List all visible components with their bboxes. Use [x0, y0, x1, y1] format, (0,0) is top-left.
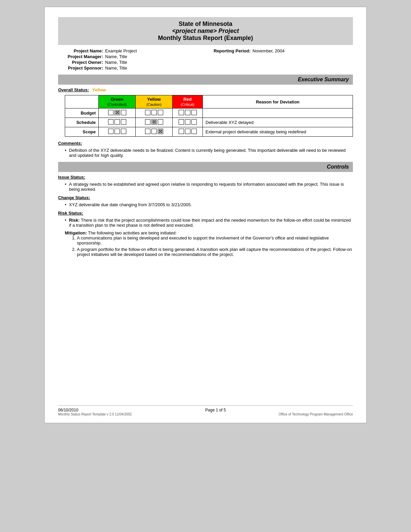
project-manager-value: Name, Title: [105, 54, 127, 59]
project-sponsor-label: Project Sponsor:: [58, 65, 105, 71]
budget-green-cb3: [121, 110, 126, 115]
project-name-label: Project Name:: [58, 48, 105, 53]
status-table: Green (Controlled) Yellow (Caution) Red …: [65, 95, 353, 137]
executive-summary-title: Executive Summary: [298, 77, 349, 82]
mitigation-list: A communications plan is being developed…: [65, 235, 353, 257]
page-header: State of Minnesota <project name> Projec…: [58, 17, 353, 45]
budget-reason: [203, 108, 353, 118]
overall-status-value: Yellow: [92, 87, 106, 92]
footer-office: Office of Technology Program Management …: [279, 412, 353, 416]
budget-label: Budget: [65, 108, 99, 118]
scope-green: [99, 127, 136, 137]
budget-yellow-cb3: [158, 110, 163, 115]
comment-item-1: Definition of the XYZ deliverable needs …: [65, 148, 353, 158]
reporting-period-value: November, 2004: [253, 48, 284, 53]
schedule-label: Schedule: [65, 118, 99, 127]
mitigation-item-2: A program portfolio for the follow-on ef…: [77, 247, 353, 257]
schedule-red-cb2: [185, 119, 190, 125]
budget-green-cb2: ☒: [115, 110, 120, 115]
project-sponsor-row: Project Sponsor: Name, Title: [58, 65, 205, 71]
project-manager-label: Project Manager:: [58, 54, 105, 59]
budget-green-cb1: [108, 110, 113, 115]
risk-text-1: Risk: There is risk that the project acc…: [69, 218, 353, 228]
change-list: XYZ deliverable due date changing from 3…: [58, 202, 353, 207]
mitigation-intro: Mitigation: The following two activities…: [65, 230, 353, 235]
budget-red-cb2: [185, 110, 190, 115]
comment-text-1: Definition of the XYZ deliverable needs …: [69, 148, 353, 158]
footer-date: 06/10/2010: [58, 408, 78, 412]
project-name-value: Example Project: [105, 48, 137, 53]
page: State of Minnesota <project name> Projec…: [44, 7, 367, 423]
comments-list: Definition of the XYZ deliverable needs …: [58, 148, 353, 158]
schedule-red-cb3: [191, 119, 197, 125]
project-info: Project Name: Example Project Project Ma…: [58, 48, 353, 71]
scope-green-cb3: [121, 129, 126, 134]
mitigation-label: Mitigation:: [65, 230, 87, 235]
project-sponsor-value: Name, Title: [105, 65, 127, 71]
schedule-red-cb1: [179, 119, 184, 125]
schedule-green: [99, 118, 136, 127]
project-info-left: Project Name: Example Project Project Ma…: [58, 48, 205, 71]
footer-template-info: Monthly Status Report Template v 2.0 11/…: [58, 412, 132, 416]
project-owner-value: Name, Title: [105, 60, 127, 65]
scope-yellow-cb2: [151, 129, 157, 134]
schedule-reason: Deliverable XYZ delayed: [203, 118, 353, 127]
executive-summary-bar: Executive Summary: [58, 75, 353, 85]
risk-heading: Risk Status:: [58, 211, 353, 216]
schedule-green-cb3: [121, 119, 126, 125]
risk-item-1: Risk: There is risk that the project acc…: [65, 218, 353, 228]
issue-text-1: A strategy needs to be established and a…: [69, 182, 353, 192]
schedule-yellow: ☒: [136, 118, 173, 127]
table-header-red: Red (Critical): [173, 95, 203, 108]
project-owner-label: Project Owner:: [58, 60, 105, 65]
overall-status: Overall Status: Yellow: [58, 87, 353, 92]
issue-item-1: A strategy needs to be established and a…: [65, 182, 353, 192]
schedule-green-cb1: [108, 119, 113, 125]
reporting-period-row: Reporting Period: November, 2004: [205, 48, 353, 53]
project-info-right: Reporting Period: November, 2004: [205, 48, 353, 71]
change-item-1: XYZ deliverable due date changing from 3…: [65, 202, 353, 207]
mitigation-block: Mitigation: The following two activities…: [65, 230, 353, 257]
table-header-yellow: Yellow (Caution): [136, 95, 173, 108]
table-header-reason: Reason for Deviation: [203, 95, 353, 108]
comments-heading: Comments:: [58, 141, 353, 146]
scope-green-cb2: [115, 129, 120, 134]
scope-red-cb3: [191, 129, 197, 134]
scope-green-cb1: [108, 129, 113, 134]
table-header-green: Green (Controlled): [99, 95, 136, 108]
schedule-green-cb2: [115, 119, 120, 125]
change-heading: Change Status:: [58, 195, 353, 200]
mitigation-item-1: A communications plan is being developed…: [77, 235, 353, 246]
scope-label: Scope: [65, 127, 99, 137]
scope-red: [173, 127, 203, 137]
footer-page: Page 1 of 5: [205, 408, 226, 412]
table-header-empty: [65, 95, 99, 108]
footer-row2: Monthly Status Report Template v 2.0 11/…: [58, 412, 353, 416]
budget-red: [173, 108, 203, 118]
budget-green: ☒: [99, 108, 136, 118]
scope-yellow-cb1: [145, 129, 150, 134]
table-row-schedule: Schedule ☒: [65, 118, 353, 127]
schedule-yellow-cb2: ☒: [151, 119, 157, 125]
reporting-period-label: Reporting Period:: [205, 48, 253, 53]
scope-red-cb1: [179, 129, 184, 134]
scope-yellow-cb3: ☒: [158, 129, 163, 134]
change-text-1: XYZ deliverable due date changing from 3…: [69, 202, 192, 207]
budget-red-cb1: [179, 110, 184, 115]
budget-yellow-cb2: [151, 110, 157, 115]
page-footer: 06/10/2010 Page 1 of 5 Monthly Status Re…: [58, 405, 353, 416]
budget-red-cb3: [191, 110, 197, 115]
overall-status-label: Overall Status:: [58, 87, 89, 92]
scope-reason: External project deliverable strategy be…: [203, 127, 353, 137]
risk-list: Risk: There is risk that the project acc…: [58, 218, 353, 228]
header-line2: <project name> Project: [58, 28, 353, 35]
header-line3: Monthly Status Report (Example): [58, 35, 353, 42]
header-line1: State of Minnesota: [58, 20, 353, 28]
table-row-scope: Scope ☒: [65, 127, 353, 137]
footer-row1: 06/10/2010 Page 1 of 5: [58, 408, 353, 412]
budget-yellow: [136, 108, 173, 118]
scope-yellow: ☒: [136, 127, 173, 137]
issue-heading: Issue Status:: [58, 175, 353, 180]
project-owner-row: Project Owner: Name, Title: [58, 60, 205, 65]
budget-yellow-cb1: [145, 110, 150, 115]
